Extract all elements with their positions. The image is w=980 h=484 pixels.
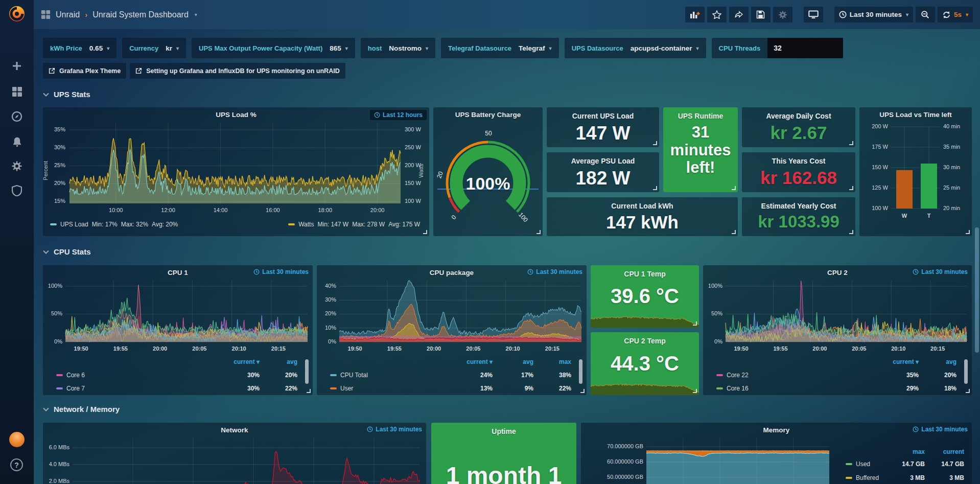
share-button[interactable] (729, 7, 749, 22)
legend-column-avg[interactable]: avg (921, 358, 956, 365)
add-panel-button[interactable] (685, 7, 705, 22)
legend-watts[interactable]: WattsMin: 147 WMax: 278 WAvg: 175 W (288, 221, 420, 228)
legend-column-current[interactable]: current ▾ (224, 358, 260, 365)
star-button[interactable] (707, 7, 727, 22)
variable-ups-max-output[interactable]: UPS Max Output Power Capacity (Watt) 865… (192, 38, 355, 58)
grafana-logo-icon[interactable] (7, 3, 27, 24)
chart-label: 35% (883, 372, 919, 379)
legend-row-buffered[interactable]: Buffered (846, 474, 879, 481)
legend-column-max[interactable]: max (535, 358, 571, 365)
legend-column-current[interactable]: current (928, 448, 964, 455)
legend-row-cpu-total[interactable]: CPU Total (330, 372, 368, 379)
panel-this-years-cost[interactable]: This Years Cost kr 162.68 (742, 152, 855, 192)
chart-label: 60.000000 GB (584, 458, 643, 465)
y-axis-title: Watts (418, 164, 424, 178)
chart-label: 30% (45, 144, 65, 150)
panel-ups-runtime[interactable]: UPS Runtime 31 minutes left! (663, 107, 738, 192)
configuration-gear-icon[interactable] (0, 157, 34, 175)
chart-label: 50.000000 GB (584, 474, 643, 480)
panel-current-ups-load[interactable]: Current UPS Load 147 W (547, 107, 659, 147)
chart-label: 20% (262, 372, 297, 379)
ups-load-vs-time-chart[interactable]: 200 W40 min175 W35 min150 W30 min125 W25… (859, 107, 972, 236)
memory-chart[interactable]: 70.000000 GB60.000000 GB50.000000 GBmaxc… (581, 423, 972, 484)
chart-label: 6.0 MBs (46, 444, 69, 450)
page-scrollbar[interactable] (975, 227, 979, 353)
chart-label: 20:00 (812, 345, 827, 352)
dashboard-settings-button[interactable] (773, 7, 792, 22)
section-ups-stats[interactable]: UPS Stats (43, 90, 90, 99)
panel-cpu2-temp[interactable]: CPU 2 Temp 44.3 °C (591, 332, 699, 395)
legend-row-user[interactable]: User (330, 385, 353, 392)
apps-grid-icon (41, 10, 51, 19)
stat-value: 44.3 °C (591, 352, 699, 375)
chart-label: 17% (498, 372, 533, 379)
legend-scrollbar[interactable] (305, 359, 309, 384)
network-chart[interactable]: 6.0 MBs4.0 MBs2.0 MBs (43, 423, 426, 484)
user-avatar[interactable] (9, 432, 25, 447)
stat-value: 147 W (547, 123, 659, 144)
chart-label: 20:05 (466, 345, 480, 352)
legend-scrollbar[interactable] (964, 359, 968, 384)
chart-label: 150 W (864, 164, 888, 170)
legend-row-core-16[interactable]: Core 16 (716, 385, 749, 392)
legend-row-core-6[interactable]: Core 6 (56, 372, 85, 379)
dashboard-title[interactable]: Unraid System Dashboard (92, 10, 189, 19)
panel-uptime[interactable]: Uptime 1 month 1 (431, 423, 576, 484)
panel-network: Network Last 30 minutes 6.0 MBs4.0 MBs2.… (43, 423, 426, 484)
chart-label: 175 W (864, 144, 888, 150)
panel-ups-battery-gauge: UPS Battery Charge 02050100100% (433, 107, 543, 236)
chart-label: 40 min (943, 123, 960, 129)
legend-column-current[interactable]: current ▾ (883, 358, 919, 365)
variable-currency[interactable]: Currency kr▾ (122, 38, 186, 58)
chevron-down-icon (43, 407, 49, 411)
panel-cpu1: CPU 1 Last 30 minutes 100%50%0%19:5019:5… (43, 265, 313, 395)
panel-average-psu-load[interactable]: Average PSU Load 182 W (547, 152, 659, 192)
caret-down-icon[interactable]: ▾ (195, 12, 197, 17)
legend-scrollbar[interactable] (579, 359, 582, 384)
variable-ups-datasource[interactable]: UPS Datasource apcupsd-container▾ (565, 38, 706, 58)
chart-label: 18% (921, 385, 956, 392)
cpu1-chart[interactable]: 100%50%0%19:5019:5520:0020:0520:1020:15a… (43, 265, 313, 395)
legend-ups-load[interactable]: UPS LoadMin: 17%Max: 32%Avg: 20% (50, 221, 178, 228)
variable-kwh-price[interactable]: kWh Price 0.65▾ (43, 38, 116, 58)
legend-row-core-7[interactable]: Core 7 (56, 385, 85, 392)
panel-current-load-kwh[interactable]: Current Load kWh 147 kWh (547, 197, 738, 236)
cpu2-chart[interactable]: 100%50%0%19:5019:5520:0020:0520:1020:15a… (703, 265, 972, 395)
stat-value: kr 162.68 (742, 168, 855, 188)
panel-cpu1-temp[interactable]: CPU 1 Temp 39.6 °C (591, 265, 699, 328)
panel-estimated-yearly-cost[interactable]: Estimated Yearly Cost kr 1033.99 (742, 197, 855, 236)
link-grafana-plex-theme[interactable]: Grafana Plex Theme (43, 63, 126, 79)
legend-row-used[interactable]: Used (846, 460, 870, 468)
dashboards-icon[interactable] (0, 83, 34, 100)
ups-load-chart[interactable]: 35%30%25%20%15%300 W250 W200 W150 W100 W… (43, 107, 429, 236)
legend-row-core-22[interactable]: Core 22 (716, 372, 749, 379)
legend-column-avg[interactable]: avg (498, 358, 533, 365)
alerting-bell-icon[interactable] (0, 133, 34, 150)
legend-column-avg[interactable]: avg (262, 358, 297, 365)
time-range-picker[interactable]: Last 30 minutes ▾ (834, 7, 913, 22)
stat-title: UPS Runtime (663, 112, 738, 120)
variable-host[interactable]: host Nostromo▾ (361, 38, 435, 58)
breadcrumb-root[interactable]: Unraid (56, 10, 80, 19)
link-ups-monitoring-guide[interactable]: Setting up Grafana and InfluxDB for UPS … (130, 63, 345, 79)
legend-column-max[interactable]: max (889, 448, 925, 455)
create-plus-icon[interactable] (0, 57, 34, 75)
section-network-memory[interactable]: Network / Memory (43, 405, 120, 413)
help-icon[interactable]: ? (10, 458, 23, 471)
explore-compass-icon[interactable] (0, 108, 34, 125)
chart-label: 20:15 (271, 345, 286, 352)
chart-label: 20:15 (930, 345, 945, 352)
zoom-out-button[interactable] (916, 7, 935, 22)
sidebar: ? (0, 0, 34, 484)
refresh-button[interactable]: 5s ▾ (938, 7, 973, 22)
cpu-package-chart[interactable]: 40%30%20%10%0%19:5019:5520:0020:0520:102… (317, 265, 587, 395)
legend-column-current[interactable]: current ▾ (457, 358, 493, 365)
panel-average-daily-cost[interactable]: Average Daily Cost kr 2.67 (742, 107, 855, 147)
chart-label: 38% (535, 372, 571, 379)
server-admin-shield-icon[interactable] (0, 182, 34, 199)
section-cpu-stats[interactable]: CPU Stats (43, 247, 91, 256)
cycle-view-monitor-button[interactable] (804, 7, 823, 22)
cpu-threads-input[interactable] (767, 38, 843, 58)
save-button[interactable] (751, 7, 771, 22)
variable-telegraf-datasource[interactable]: Telegraf Datasource Telegraf▾ (441, 38, 559, 58)
